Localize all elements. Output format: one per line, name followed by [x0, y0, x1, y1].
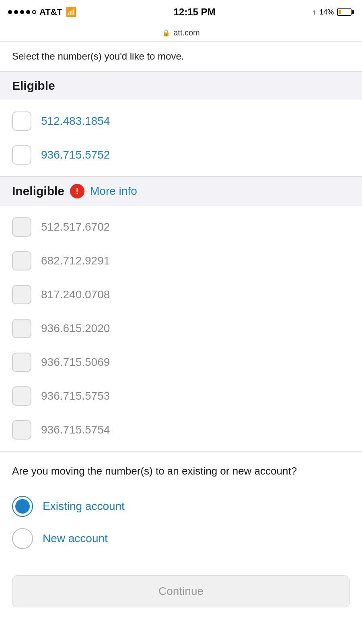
eligible-number-2: 936.715.5752	[41, 149, 110, 161]
page-content: Select the number(s) you'd like to move.…	[0, 42, 362, 619]
ineligible-checkbox-1	[12, 217, 31, 237]
account-question-text: Are you moving the number(s) to an exist…	[12, 464, 350, 478]
battery-area: ↑ 14%	[313, 8, 354, 17]
signal-dot-1	[8, 10, 12, 14]
status-bar: AT&T 📶 12:15 PM ↑ 14%	[0, 0, 362, 24]
eligible-list: 512.483.1854 936.715.5752	[0, 100, 362, 176]
new-account-option[interactable]: New account	[12, 522, 350, 555]
ineligible-number-6: 936.715.5753	[41, 390, 110, 402]
signal-dot-2	[14, 10, 18, 14]
ineligible-item-4: 936.615.2020	[0, 312, 362, 345]
ineligible-number-4: 936.615.2020	[41, 322, 110, 335]
signal-dot-4	[26, 10, 30, 14]
wifi-icon: 📶	[66, 7, 76, 17]
signal-strength	[8, 10, 36, 14]
ineligible-section-header: Ineligible ! More info	[0, 176, 362, 206]
existing-account-label: Existing account	[43, 500, 125, 513]
ineligible-list: 512.517.6702 682.712.9291 817.240.0708 9…	[0, 206, 362, 451]
more-info-link[interactable]: More info	[90, 185, 137, 198]
account-question-section: Are you moving the number(s) to an exist…	[0, 451, 362, 563]
continue-section: Continue	[0, 567, 362, 619]
url-bar[interactable]: 🔒 att.com	[0, 24, 362, 42]
ineligible-section-label: Ineligible	[12, 184, 64, 198]
ineligible-checkbox-7	[12, 420, 31, 440]
ineligible-item-2: 682.712.9291	[0, 244, 362, 278]
ineligible-checkbox-4	[12, 319, 31, 338]
location-icon: ↑	[313, 8, 316, 17]
subtitle-text: Select the number(s) you'd like to move.	[12, 51, 184, 62]
ineligible-checkbox-2	[12, 251, 31, 270]
url-text: att.com	[173, 28, 200, 37]
ineligible-number-5: 936.715.5069	[41, 356, 110, 369]
battery-icon	[337, 8, 354, 16]
battery-percentage: 14%	[319, 8, 334, 17]
ineligible-item-7: 936.715.5754	[0, 413, 362, 447]
existing-account-option[interactable]: Existing account	[12, 490, 350, 522]
ineligible-number-3: 817.240.0708	[41, 288, 110, 301]
eligible-section-header: Eligible	[0, 71, 362, 100]
new-account-label: New account	[43, 532, 108, 545]
eligible-checkbox-1[interactable]	[12, 111, 31, 131]
lock-icon: 🔒	[162, 29, 170, 37]
continue-button[interactable]: Continue	[12, 575, 350, 607]
subtitle-row: Select the number(s) you'd like to move.	[0, 42, 362, 71]
ineligible-item-1: 512.517.6702	[0, 210, 362, 244]
signal-dot-5	[32, 10, 36, 14]
ineligible-number-2: 682.712.9291	[41, 254, 110, 267]
ineligible-checkbox-6	[12, 386, 31, 406]
clock: 12:15 PM	[173, 6, 215, 18]
signal-dot-3	[20, 10, 24, 14]
existing-account-radio-fill	[15, 499, 30, 514]
ineligible-item-6: 936.715.5753	[0, 379, 362, 413]
eligible-section-label: Eligible	[12, 79, 55, 92]
eligible-item-1[interactable]: 512.483.1854	[0, 104, 362, 138]
carrier-name: AT&T	[39, 7, 62, 17]
ineligible-item-3: 817.240.0708	[0, 278, 362, 312]
eligible-checkbox-2[interactable]	[12, 145, 31, 165]
existing-account-radio[interactable]	[12, 496, 33, 517]
new-account-radio[interactable]	[12, 528, 33, 549]
ineligible-number-1: 512.517.6702	[41, 221, 110, 233]
warning-icon: !	[70, 184, 84, 198]
ineligible-checkbox-3	[12, 285, 31, 304]
ineligible-number-7: 936.715.5754	[41, 423, 110, 436]
ineligible-checkbox-5	[12, 353, 31, 372]
ineligible-item-5: 936.715.5069	[0, 345, 362, 379]
eligible-number-1: 512.483.1854	[41, 115, 110, 128]
eligible-item-2[interactable]: 936.715.5752	[0, 138, 362, 172]
carrier-signal: AT&T 📶	[8, 7, 76, 17]
